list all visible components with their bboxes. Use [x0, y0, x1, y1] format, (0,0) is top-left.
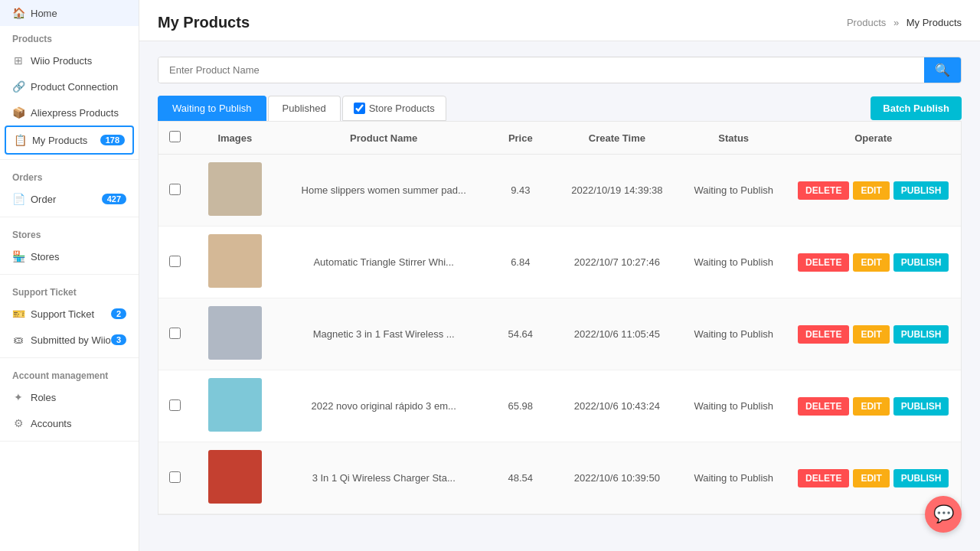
publish-btn-5[interactable]: PUBLISH: [893, 469, 949, 487]
sidebar-item-aliexpress-products[interactable]: 📦Aliexpress Products: [0, 99, 139, 126]
store-icon: 🏪: [12, 250, 24, 262]
sidebar-label-support-ticket: Support Ticket: [31, 308, 94, 320]
sidebar-section-orders: Orders: [0, 165, 139, 186]
batch-publish-button[interactable]: Batch Publish: [871, 96, 962, 120]
products-table: Images Product Name Price Create Time St…: [158, 122, 961, 514]
header-status: Status: [681, 122, 786, 155]
product-price-1: 9.43: [488, 155, 553, 227]
delete-btn-5[interactable]: DELETE: [798, 469, 849, 487]
product-status-4: Waiting to Publish: [681, 370, 786, 442]
page-header: My Products Products » My Products: [139, 0, 980, 41]
product-status-2: Waiting to Publish: [681, 227, 786, 298]
clipboard-icon: 📋: [14, 134, 26, 146]
product-time-3: 2022/10/6 11:05:45: [553, 298, 681, 370]
product-image-4: [208, 378, 262, 432]
header-create-time: Create Time: [553, 122, 681, 155]
product-image-1: [208, 162, 262, 216]
sidebar-item-my-products[interactable]: 📋My Products178: [5, 126, 134, 155]
sidebar-label-order: Order: [31, 194, 56, 205]
tab-waiting-to-publish[interactable]: Waiting to Publish: [158, 96, 266, 121]
sidebar-label-aliexpress-products: Aliexpress Products: [31, 107, 119, 119]
search-button[interactable]: 🔍: [924, 57, 961, 83]
select-all-checkbox[interactable]: [169, 131, 181, 142]
sidebar-item-product-connection[interactable]: 🔗Product Connection: [0, 73, 139, 99]
table-row: 3 In 1 Qi Wireless Charger Sta...48.5420…: [158, 442, 961, 514]
header-operate: Operate: [786, 122, 961, 155]
ticket2-icon: 🎟: [12, 334, 24, 346]
sidebar-label-accounts: Accounts: [31, 418, 71, 429]
row-checkbox-3[interactable]: [169, 328, 181, 339]
tab-store-products[interactable]: Store Products: [342, 96, 446, 121]
edit-btn-1[interactable]: EDIT: [853, 181, 889, 200]
grid-icon: ⊞: [12, 54, 24, 67]
edit-btn-5[interactable]: EDIT: [853, 469, 889, 487]
header-product-name: Product Name: [279, 122, 488, 155]
table-row: Home slippers women summer pad...9.43202…: [158, 155, 961, 227]
delete-btn-1[interactable]: DELETE: [798, 181, 849, 200]
sidebar-section-support-ticket: Support Ticket: [0, 279, 139, 301]
table-row: 2022 novo original rápido 3 em...65.9820…: [158, 370, 961, 442]
table-header-row: Images Product Name Price Create Time St…: [158, 122, 961, 155]
sidebar-label-product-connection: Product Connection: [31, 81, 118, 93]
sidebar-item-stores[interactable]: 🏪Stores: [0, 243, 139, 269]
roles-icon: ✦: [12, 391, 24, 403]
product-price-3: 54.64: [488, 298, 553, 370]
delete-btn-3[interactable]: DELETE: [798, 325, 849, 344]
sidebar-item-submitted-by-wiio[interactable]: 🎟Submitted by Wiio3: [0, 327, 139, 353]
header-checkbox-col: [158, 122, 191, 155]
edit-btn-4[interactable]: EDIT: [853, 397, 889, 416]
page-title: My Products: [158, 14, 250, 31]
sidebar-section-products: Products: [0, 26, 139, 47]
edit-btn-2[interactable]: EDIT: [853, 253, 889, 272]
sidebar-item-accounts[interactable]: ⚙Accounts: [0, 410, 139, 436]
breadcrumb-current: My Products: [906, 17, 962, 28]
store-products-checkbox[interactable]: [354, 103, 365, 114]
sidebar-label-submitted-by-wiio: Submitted by Wiio: [31, 334, 111, 346]
table-row: Automatic Triangle Stirrer Whi...6.84202…: [158, 227, 961, 298]
sidebar-divider: [0, 274, 139, 275]
sidebar-label-my-products: My Products: [32, 135, 87, 146]
content-area: 🔍 Waiting to Publish Published Store Pro…: [139, 41, 980, 551]
row-checkbox-2[interactable]: [169, 256, 181, 267]
badge-submitted-by-wiio: 3: [111, 334, 126, 345]
edit-btn-3[interactable]: EDIT: [853, 325, 889, 344]
product-image-5: [208, 450, 262, 504]
product-name-5: 3 In 1 Qi Wireless Charger Sta...: [279, 442, 488, 514]
publish-btn-1[interactable]: PUBLISH: [893, 181, 949, 200]
sidebar-divider: [0, 357, 139, 358]
badge-order: 427: [102, 194, 126, 204]
link-icon: 🔗: [12, 80, 24, 93]
table-row: Magnetic 3 in 1 Fast Wireless ...54.6420…: [158, 298, 961, 370]
product-name-1: Home slippers women summer pad...: [279, 155, 488, 227]
row-checkbox-5[interactable]: [169, 471, 181, 483]
delete-btn-4[interactable]: DELETE: [798, 397, 849, 416]
publish-btn-2[interactable]: PUBLISH: [893, 253, 949, 272]
product-time-4: 2022/10/6 10:43:24: [553, 370, 681, 442]
sidebar-label-wiio-products: Wiio Products: [31, 55, 92, 67]
publish-btn-3[interactable]: PUBLISH: [893, 325, 949, 344]
delete-btn-2[interactable]: DELETE: [798, 253, 849, 272]
row-checkbox-1[interactable]: [169, 184, 181, 195]
badge-support-ticket: 2: [111, 308, 126, 319]
home-label: Home: [31, 8, 57, 19]
sidebar-item-order[interactable]: 📄Order427: [0, 186, 139, 212]
sidebar-home[interactable]: 🏠 Home: [0, 0, 139, 26]
sidebar-divider: [0, 159, 139, 160]
product-time-5: 2022/10/6 10:39:50: [553, 442, 681, 514]
header-price: Price: [488, 122, 553, 155]
sidebar-item-support-ticket[interactable]: 🎫Support Ticket2: [0, 301, 139, 327]
product-name-2: Automatic Triangle Stirrer Whi...: [279, 227, 488, 298]
header-images: Images: [191, 122, 279, 155]
sidebar-item-wiio-products[interactable]: ⊞Wiio Products: [0, 47, 139, 73]
chat-button[interactable]: 💬: [925, 496, 962, 533]
product-name-4: 2022 novo original rápido 3 em...: [279, 370, 488, 442]
row-checkbox-4[interactable]: [169, 399, 181, 411]
search-input[interactable]: [158, 57, 924, 83]
tab-published[interactable]: Published: [268, 96, 341, 121]
sidebar: 🏠 Home Products⊞Wiio Products🔗Product Co…: [0, 0, 139, 551]
publish-btn-4[interactable]: PUBLISH: [893, 397, 949, 416]
sidebar-item-roles[interactable]: ✦Roles: [0, 384, 139, 410]
product-image-2: [208, 234, 262, 288]
product-name-3: Magnetic 3 in 1 Fast Wireless ...: [279, 298, 488, 370]
product-price-5: 48.54: [488, 442, 553, 514]
